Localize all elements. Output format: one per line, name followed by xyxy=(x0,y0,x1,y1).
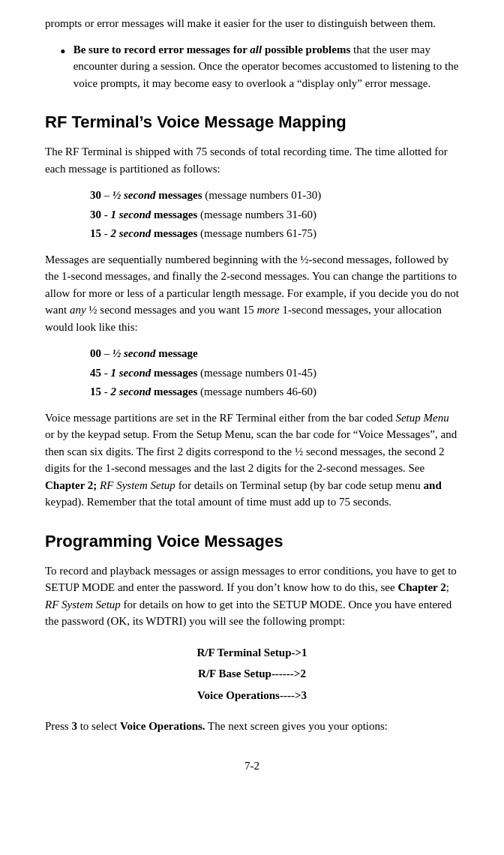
section1-p3-a: Voice message partitions are set in the … xyxy=(45,412,395,424)
partition-row-1: 30 – ½ second messages (message numbers … xyxy=(90,186,459,206)
partition2-sep: - xyxy=(101,208,111,220)
section1-p2-rest: ½ second messages and you want 15 xyxy=(86,304,257,316)
example3-sep: - xyxy=(101,386,111,398)
example2-dur: 1 second xyxy=(111,367,152,379)
example-list: 00 – ½ second message 45 - 1 second mess… xyxy=(45,344,459,402)
section2-body: To record and playback messages or assig… xyxy=(45,562,459,735)
example3-label: messages xyxy=(151,386,197,398)
example1-dur: ½ second xyxy=(112,347,156,359)
section2-p1-bold1: Chapter 2 xyxy=(398,581,446,593)
partition-row-2: 30 - 1 second messages (message numbers … xyxy=(90,206,459,225)
section1-p3: Voice message partitions are set in the … xyxy=(45,410,459,511)
intro-continuation: prompts or error messages will make it e… xyxy=(45,15,459,32)
example-row-1: 00 – ½ second message xyxy=(90,344,459,364)
partition3-num: 15 xyxy=(90,227,101,239)
section1-p3-d: keypad). Remember that the total amount … xyxy=(45,496,392,508)
example2-range: (message numbers 01-45) xyxy=(197,367,316,379)
partition1-dur: ½ second xyxy=(112,189,156,201)
example3-num: 15 xyxy=(90,386,101,398)
partition3-sep: - xyxy=(101,227,111,239)
section2-p2-bold2: Voice Operations. xyxy=(120,720,206,732)
example2-sep: - xyxy=(101,367,111,379)
setup-line-3: Voice Operations---->3 xyxy=(45,685,459,706)
section2-p2b: to select xyxy=(77,720,120,732)
section2-p1-italic1: RF System Setup xyxy=(45,598,121,610)
section2-p2a: Press xyxy=(45,720,71,732)
example1-sep: – xyxy=(101,347,112,359)
section2-p1a: To record and playback messages or assig… xyxy=(45,565,457,594)
example3-dur: 2 second xyxy=(111,386,152,398)
section1-p3-italic1: Setup Menu xyxy=(395,412,448,424)
section2-p2c: The next screen gives you your options: xyxy=(206,720,388,732)
section2-p2: Press 3 to select Voice Operations. The … xyxy=(45,718,459,735)
partition-row-3: 15 - 2 second messages (message numbers … xyxy=(90,224,459,244)
partition1-sep: – xyxy=(101,189,112,201)
partition3-label: messages xyxy=(151,227,197,239)
section2-p2-bold1: 3 xyxy=(71,720,77,732)
partition1-num: 30 xyxy=(90,189,101,201)
section1-p2-italic2: more xyxy=(256,304,279,316)
partition2-range: (message numbers 31-60) xyxy=(197,208,316,220)
section1-p3-bold2: and xyxy=(424,479,442,491)
section1-p3-b: or by the keypad setup. From the Setup M… xyxy=(45,428,457,474)
partition3-dur: 2 second xyxy=(111,227,152,239)
bullet-list: • Be sure to record error messages for a… xyxy=(45,41,459,92)
partition1-range: (message numbers 01-30) xyxy=(202,189,322,201)
example2-num: 45 xyxy=(90,367,101,379)
section1-p3-bold1: Chapter 2; xyxy=(45,479,100,491)
bullet-item-1: • Be sure to record error messages for a… xyxy=(60,41,459,92)
partition1-label: messages xyxy=(156,189,202,201)
example1-num: 00 xyxy=(90,347,101,359)
setup-line-1: R/F Terminal Setup->1 xyxy=(45,642,459,664)
page-number: 7-2 xyxy=(45,758,459,775)
setup-prompt-block: R/F Terminal Setup->1 R/F Base Setup----… xyxy=(45,642,459,706)
section1-p2: Messages are sequentially numbered begin… xyxy=(45,251,459,336)
section2-heading: Programming Voice Messages xyxy=(45,529,459,554)
example2-label: messages xyxy=(151,367,197,379)
section1-p3-c: for details on Terminal setup (by bar co… xyxy=(176,479,424,491)
section1-p3-italic2: RF System Setup xyxy=(100,479,176,491)
example-row-3: 15 - 2 second messages (message numbers … xyxy=(90,382,459,402)
example1-label: message xyxy=(156,347,198,359)
setup-line-2: R/F Base Setup------>2 xyxy=(45,663,459,685)
example-row-2: 45 - 1 second messages (message numbers … xyxy=(90,364,459,383)
partition3-range: (message numbers 61-75) xyxy=(197,227,316,239)
section1-body: The RF Terminal is shipped with 75 secon… xyxy=(45,143,459,511)
partition2-dur: 1 second xyxy=(111,208,152,220)
bullet-bold-italic: all xyxy=(250,44,262,56)
section1-p2-italic: any xyxy=(70,304,86,316)
example3-range: (message numbers 46-60) xyxy=(197,386,316,398)
section2-p1b: ; xyxy=(446,581,449,593)
section1-p1: The RF Terminal is shipped with 75 secon… xyxy=(45,143,459,177)
bullet-bold-start: Be sure to record error messages for xyxy=(74,44,250,56)
bullet-text-1: Be sure to record error messages for all… xyxy=(74,41,459,92)
bullet-dot-1: • xyxy=(60,41,66,63)
partition2-num: 30 xyxy=(90,208,101,220)
section1-heading: RF Terminal’s Voice Message Mapping xyxy=(45,110,459,134)
bullet-bold-end: possible problems xyxy=(262,44,350,56)
partition2-label: messages xyxy=(151,208,197,220)
section2-p1: To record and playback messages or assig… xyxy=(45,562,459,630)
partition-list: 30 – ½ second messages (message numbers … xyxy=(45,186,459,244)
